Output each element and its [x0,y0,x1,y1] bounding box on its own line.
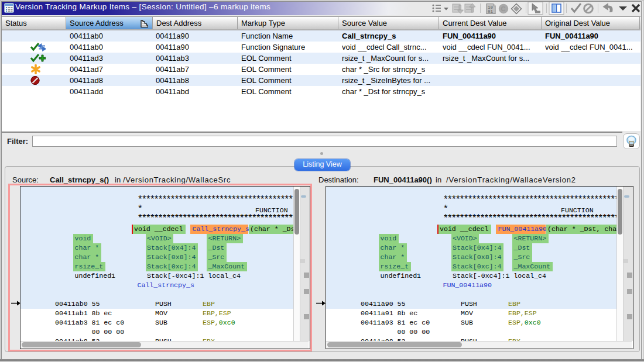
svg-text:C: C [501,5,506,12]
svg-text:01: 01 [488,9,494,14]
